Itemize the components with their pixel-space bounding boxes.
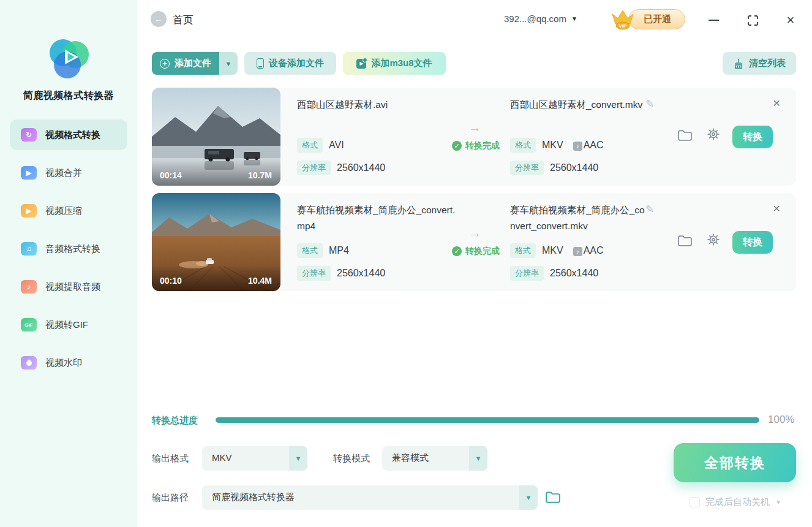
format-tag: 格式 [510,243,536,258]
video-thumbnail[interactable]: 00:14 10.7M [152,88,280,186]
crown-icon: VIP [609,7,637,31]
video-size: 10.4M [248,276,272,286]
folder-icon [545,490,561,504]
check-icon: ✓ [452,141,462,151]
source-resolution-value: 2560x1440 [337,162,385,173]
browse-folder-button[interactable] [545,490,561,507]
chevron-down-icon: ▼ [469,446,487,471]
folder-icon [677,233,693,248]
back-button[interactable]: ← [151,11,167,27]
status-text: 转换完成 [465,140,500,151]
output-path-selected: 简鹿视频格式转换器 [212,491,295,503]
source-file-name: 西部山区越野素材.avi [297,97,457,113]
source-format-row: 格式 AVI [297,138,344,153]
sidebar-item-label: 视频格式转换 [45,129,100,141]
add-m3u8-label: 添加m3u8文件 [371,58,432,69]
resolution-tag: 分辨率 [510,266,544,281]
source-resolution-row: 分辨率 2560x1440 [297,266,385,281]
main-content: ← 首页 392...@qq.com ▼ VIP 已开通 × + 添加文件 ▼ [137,0,812,527]
progress-bar [216,417,759,423]
source-file-name: 赛车航拍视频素材_简鹿办公_convert.mp4 [297,202,457,234]
sidebar-item-video-merge[interactable]: ▶ 视频合并 [10,157,127,188]
video-file-icon: ▶ [356,59,366,69]
video-size: 10.7M [248,170,272,180]
output-format-row: 格式 MKV ♪AAC [510,138,604,153]
app-title: 简鹿视频格式转换器 [0,89,137,102]
open-folder-button[interactable] [677,128,693,145]
add-file-button[interactable]: + 添加文件 [152,52,219,75]
close-window-button[interactable]: × [783,12,799,28]
settings-button[interactable] [705,232,721,250]
sidebar-item-label: 视频合并 [45,167,82,179]
plus-icon: + [160,59,170,69]
video-merge-icon: ▶ [21,166,37,180]
broom-icon [733,58,744,69]
output-format-value: MKV [542,245,563,256]
sidebar-item-audio-convert[interactable]: ♫ 音频格式转换 [10,233,127,264]
output-path-select[interactable]: 简鹿视频格式转换器 ▼ [202,485,538,510]
sidebar-item-watermark[interactable]: 视频水印 [10,347,127,378]
account-menu[interactable]: 392...@qq.com ▼ [504,13,577,24]
clear-list-button[interactable]: 清空列表 [723,52,796,75]
sidebar-item-extract-audio[interactable]: ♪ 视频提取音频 [10,271,127,302]
output-format-row: 格式 MKV ♪AAC [510,243,604,258]
convert-all-button[interactable]: 全部转换 [674,443,796,482]
output-audio-wrap: ♪AAC [570,245,604,256]
format-tag: 格式 [297,138,323,153]
clear-list-label: 清空列表 [749,58,786,69]
edit-name-icon[interactable]: ✎ [645,203,654,216]
gif-icon: GIF [21,318,37,332]
video-thumbnail[interactable]: 00:10 10.4M [152,193,280,291]
resolution-tag: 分辨率 [297,161,331,175]
source-resolution-row: 分辨率 2560x1440 [297,161,385,175]
chevron-down-icon: ▼ [775,499,781,506]
status-text: 转换完成 [465,246,500,257]
auto-shutdown-label: 完成后自动关机 [705,496,770,508]
remove-file-icon[interactable]: × [773,96,780,110]
extract-audio-icon: ♪ [21,280,37,294]
sidebar-menu: ↻ 视频格式转换 ▶ 视频合并 ▶ 视频压缩 ♫ 音频格式转换 ♪ 视频提取音频… [0,119,137,378]
convert-button[interactable]: 转换 [732,231,773,254]
arrow-right-icon: → [468,226,481,240]
add-file-label: 添加文件 [175,58,211,69]
remove-file-icon[interactable]: × [773,201,780,216]
add-m3u8-button[interactable]: ▶ 添加m3u8文件 [343,52,446,75]
page-title: 首页 [173,13,194,27]
app-window: 简鹿视频格式转换器 ↻ 视频格式转换 ▶ 视频合并 ▶ 视频压缩 ♫ 音频格式转… [0,0,812,527]
output-file-name: 赛车航拍视频素材_简鹿办公_convert_convert.mkv [510,202,650,234]
device-add-file-button[interactable]: 设备添加文件 [244,52,336,75]
format-tag: 格式 [510,138,536,153]
sidebar-item-video-convert[interactable]: ↻ 视频格式转换 [10,119,127,150]
app-logo [0,34,137,82]
sidebar-item-video-compress[interactable]: ▶ 视频压缩 [10,195,127,226]
convert-mode-select[interactable]: 兼容模式 ▼ [382,446,487,471]
fullscreen-button[interactable] [745,12,761,28]
vip-badge[interactable]: VIP 已开通 [609,7,685,31]
sidebar-item-video-to-gif[interactable]: GIF 视频转GIF [10,309,127,340]
progress-label: 转换总进度 [152,415,198,427]
progress-fill [216,417,759,423]
output-audio-value: AAC [584,140,604,150]
folder-icon [677,128,693,142]
fullscreen-icon [748,15,758,26]
auto-shutdown-option[interactable]: 完成后自动关机 ▼ [690,496,781,508]
output-file-name: 西部山区越野素材_convert.mkv [510,97,650,113]
sidebar-item-label: 视频压缩 [45,205,82,217]
settings-button[interactable] [705,126,721,145]
output-path-label: 输出路径 [152,492,189,504]
sidebar-item-label: 视频水印 [45,357,82,369]
progress-percent: 100% [768,414,794,426]
sidebar-item-label: 视频转GIF [45,319,88,331]
add-file-dropdown[interactable]: ▼ [219,52,238,75]
minimize-button[interactable] [705,12,721,28]
source-format-value: AVI [329,140,344,151]
edit-name-icon[interactable]: ✎ [645,97,654,110]
open-folder-button[interactable] [677,233,693,250]
svg-text:VIP: VIP [619,23,628,29]
source-format-value: MP4 [329,245,349,256]
auto-shutdown-checkbox[interactable] [690,497,700,507]
file-row: 00:10 10.4M 赛车航拍视频素材_简鹿办公_convert.mp4 格式… [152,193,796,291]
convert-button[interactable]: 转换 [732,126,773,148]
account-email: 392...@qq.com [504,13,566,24]
output-format-select[interactable]: MKV ▼ [202,446,307,471]
